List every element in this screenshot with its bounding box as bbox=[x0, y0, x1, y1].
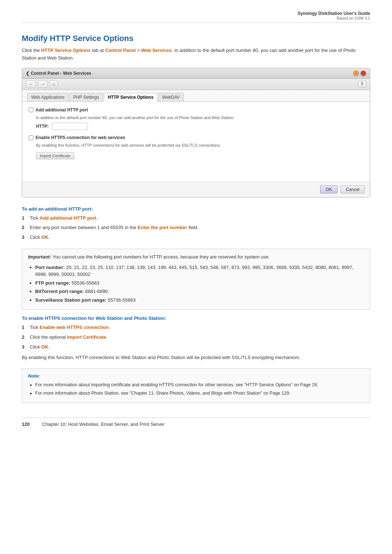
add-http-port-section: To add an additional HTTP port: 1 Tick A… bbox=[22, 206, 370, 241]
guide-title: Synology DiskStation User's Guide bbox=[22, 11, 370, 16]
http-port-input[interactable] bbox=[52, 123, 88, 130]
step2-num-1: 1 bbox=[22, 324, 27, 331]
control-panel-window: ❮ Control Panel - Web Services – × ← → ⌂… bbox=[22, 68, 370, 197]
step-num-3: 3 bbox=[22, 234, 27, 241]
step2-text-3: Click OK. bbox=[30, 343, 370, 351]
section-title: Modify HTTP Service Options bbox=[22, 34, 370, 43]
enable-https-section: To enable HTTPS connection for Web Stati… bbox=[22, 315, 370, 361]
home-button[interactable]: ⌂ bbox=[50, 80, 58, 88]
section2-description: By enabling this function, HTTP connecti… bbox=[22, 354, 370, 362]
help-button[interactable]: ? bbox=[358, 81, 366, 87]
step-1-2: 2 Enter any port number between 1 and 65… bbox=[22, 224, 370, 232]
step-1-3: 3 Click OK. bbox=[22, 234, 370, 241]
important-bullet-3: BitTorrent port range: 6881-6890 bbox=[35, 288, 364, 295]
important-bullet-4: Surveillance Station port range: 55736-5… bbox=[35, 297, 364, 304]
step-2-1: 1 Tick Enable web HTTPS connection. bbox=[22, 324, 370, 331]
important-box: Important: You cannot use the following … bbox=[22, 249, 370, 310]
step2-1-link: Enable web HTTPS connection bbox=[40, 325, 109, 330]
bittorrent-range-label: BitTorrent port range: bbox=[35, 289, 84, 294]
port-number-label: Port number: bbox=[35, 265, 65, 270]
page-number: 120 bbox=[22, 421, 36, 427]
step2-num-2: 2 bbox=[22, 334, 27, 341]
step-2-2: 2 Click the optional Import Certificate. bbox=[22, 334, 370, 341]
enable-https-row: Enable HTTPS connection for web services bbox=[29, 135, 363, 140]
minimize-button[interactable]: – bbox=[353, 70, 359, 76]
step2-text-2: Click the optional Import Certificate. bbox=[30, 334, 370, 341]
titlebar: ❮ Control Panel - Web Services – × bbox=[22, 68, 370, 79]
important-bullet-list: Port number: 20, 21, 22, 23, 25, 110, 13… bbox=[35, 264, 364, 304]
important-bullet-2: FTP port range: 55536-55663 bbox=[35, 280, 364, 287]
intro-paragraph: Click the HTTP Service Options tab at Co… bbox=[22, 47, 370, 62]
titlebar-right: – × bbox=[353, 70, 366, 76]
guide-subtitle: Based on DSM 3.1 bbox=[22, 16, 370, 20]
enable-https-checkbox[interactable] bbox=[29, 135, 33, 140]
back-button[interactable]: ← bbox=[26, 80, 36, 88]
add-http-port-header: To add an additional HTTP port: bbox=[22, 206, 370, 212]
intro-link-web-services: Web Services bbox=[141, 48, 172, 53]
titlebar-left: ❮ Control Panel - Web Services bbox=[26, 71, 91, 76]
window-title: Control Panel - Web Services bbox=[31, 71, 91, 76]
forward-button[interactable]: → bbox=[38, 80, 48, 88]
important-text: You cannot use the following port number… bbox=[53, 254, 270, 260]
enable-https-header: To enable HTTPS connection for Web Stati… bbox=[22, 315, 370, 321]
http-field-label: HTTP: bbox=[36, 124, 49, 129]
page-container: Synology DiskStation User's Guide Based … bbox=[0, 0, 392, 554]
add-http-port-row: Add additional HTTP port bbox=[29, 107, 363, 113]
cp-footer: OK Cancel bbox=[22, 182, 370, 197]
step-2-link: Enter the port number bbox=[138, 225, 187, 230]
note-box: Note: For more information about importi… bbox=[22, 368, 370, 403]
intro-link-control-panel: Control Panel bbox=[105, 48, 136, 53]
add-http-port-checkbox[interactable] bbox=[29, 107, 33, 112]
note-bullet-1: For more information about importing cer… bbox=[35, 382, 364, 388]
tab-http-service-options[interactable]: HTTP Service Options bbox=[104, 93, 158, 102]
step-num-1: 1 bbox=[22, 215, 27, 222]
step-num-2: 2 bbox=[22, 224, 27, 232]
step-text-2: Enter any port number between 1 and 6553… bbox=[30, 224, 370, 232]
step2-3-link: OK bbox=[41, 344, 49, 350]
note-bullet-list: For more information about importing cer… bbox=[35, 382, 364, 397]
step2-2-link: Import Certificate bbox=[67, 334, 106, 340]
page-header: Synology DiskStation User's Guide Based … bbox=[22, 11, 370, 23]
step2-num-3: 3 bbox=[22, 343, 27, 351]
tab-web-applications[interactable]: Web Applications bbox=[27, 93, 69, 101]
navbar: ← → ⌂ ? bbox=[22, 79, 370, 90]
page-footer: 120 Chapter 10: Host Websites, Email Ser… bbox=[22, 417, 370, 427]
tab-webdav[interactable]: WebDAV bbox=[158, 93, 184, 101]
important-bullet-1: Port number: 20, 21, 22, 23, 25, 110, 13… bbox=[35, 264, 364, 278]
step-2-3: 3 Click OK. bbox=[22, 343, 370, 351]
enable-https-label: Enable HTTPS connection for web services bbox=[36, 135, 125, 140]
tab-bar: Web Applications PHP Settings HTTP Servi… bbox=[22, 90, 370, 102]
tab-php-settings[interactable]: PHP Settings bbox=[69, 93, 103, 101]
window-arrow-icon: ❮ bbox=[26, 71, 29, 76]
note-label: Note: bbox=[28, 373, 364, 379]
intro-link-http-service-options: HTTP Service Options bbox=[41, 48, 90, 53]
step-3-link: OK bbox=[41, 235, 49, 240]
import-certificate-button[interactable]: Import Certificate bbox=[36, 152, 74, 159]
step-1-1: 1 Tick Add additional HTTP port. bbox=[22, 215, 370, 222]
cp-content: Add additional HTTP port In addition to … bbox=[22, 102, 370, 182]
ok-button[interactable]: OK bbox=[320, 186, 337, 194]
footer-chapter: Chapter 10: Host Websites, Email Server,… bbox=[42, 421, 164, 427]
add-http-port-label: Add additional HTTP port bbox=[36, 107, 88, 113]
cancel-button[interactable]: Cancel bbox=[340, 186, 365, 194]
http-field-row: HTTP: bbox=[36, 123, 363, 130]
surveillance-range-label: Surveillance Station port range: bbox=[35, 297, 107, 303]
add-http-port-subtext: In addition to the default port number 8… bbox=[36, 115, 363, 121]
ftp-range-label: FTP port range: bbox=[35, 280, 70, 286]
important-label: Important: bbox=[28, 254, 51, 260]
close-button[interactable]: × bbox=[360, 70, 366, 76]
step2-text-1: Tick Enable web HTTPS connection. bbox=[30, 324, 370, 331]
step-text-3: Click OK. bbox=[30, 234, 370, 241]
note-bullet-2: For more information about Photo Station… bbox=[35, 390, 364, 397]
enable-https-subtext: By enabling this function, HTTP connecti… bbox=[36, 142, 363, 148]
step-text-1: Tick Add additional HTTP port. bbox=[30, 215, 370, 222]
step-1-link: Add additional HTTP port bbox=[40, 215, 96, 221]
